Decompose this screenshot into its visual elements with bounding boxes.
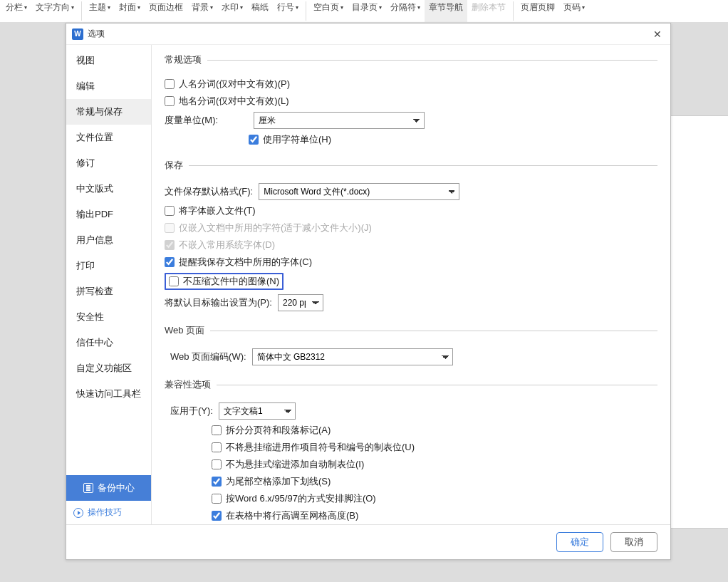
sidebar-item-11[interactable]: 信任中心 xyxy=(66,330,151,355)
compat-opt-2[interactable]: 不为悬挂式缩进添加自动制表位(I) xyxy=(212,458,657,471)
backup-icon xyxy=(83,483,93,493)
sidebar-item-2[interactable]: 常规与保存 xyxy=(66,99,151,125)
no-compress-row[interactable]: 不压缩文件中的图像(N) xyxy=(169,275,279,288)
apply-select[interactable]: 文字文稿1 xyxy=(219,402,296,420)
ribbon-item-背景[interactable]: 背景▾ xyxy=(187,0,217,22)
embed-fonts-row[interactable]: 将字体嵌入文件(T) xyxy=(165,204,657,217)
sidebar-item-1[interactable]: 编辑 xyxy=(66,73,151,99)
compat-opt-0-label: 拆分分页符和段落标记(A) xyxy=(226,424,331,437)
chevron-down-icon: ▾ xyxy=(108,4,110,11)
options-content: 常规选项 人名分词(仅对中文有效)(P) 地名分词(仅对中文有效)(L) 度量单… xyxy=(152,45,670,524)
default-output-row: 将默认目标输出设置为(P): 220 ppi xyxy=(165,294,657,311)
compat-opt-4-checkbox[interactable] xyxy=(212,494,222,504)
ribbon-item-目录页[interactable]: 目录页▾ xyxy=(348,0,386,22)
person-split-row[interactable]: 人名分词(仅对中文有效)(P) xyxy=(165,78,657,90)
dialog-title: 选项 xyxy=(88,28,105,40)
chevron-down-icon: ▾ xyxy=(210,4,213,11)
compat-opt-2-label: 不为悬挂式缩进添加自动制表位(I) xyxy=(226,458,364,471)
ribbon-item-分栏[interactable]: 分栏▾ xyxy=(1,0,31,22)
ribbon-item-分隔符[interactable]: 分隔符▾ xyxy=(386,0,425,22)
ribbon-item-水印[interactable]: 水印▾ xyxy=(217,0,247,22)
sidebar-item-0[interactable]: 视图 xyxy=(66,48,151,73)
compat-opt-5-checkbox[interactable] xyxy=(212,511,222,521)
place-split-checkbox[interactable] xyxy=(165,96,175,106)
ok-button[interactable]: 确定 xyxy=(556,532,603,552)
ribbon-item-空白页[interactable]: 空白页▾ xyxy=(309,0,348,22)
compat-opt-0[interactable]: 拆分分页符和段落标记(A) xyxy=(212,424,657,437)
compat-opt-1-checkbox[interactable] xyxy=(212,442,222,452)
chevron-down-icon: ▾ xyxy=(379,4,382,11)
default-output-select[interactable]: 220 ppi xyxy=(278,294,323,311)
encoding-row: Web 页面编码(W): 简体中文 GB2312 xyxy=(170,348,657,365)
save-legend: 保存 xyxy=(165,159,189,172)
compat-opt-4-label: 按Word 6.x/95/97的方式安排脚注(O) xyxy=(226,492,376,505)
compat-opt-3[interactable]: 为尾部空格添加下划线(S) xyxy=(212,475,657,488)
compat-opt-3-checkbox[interactable] xyxy=(212,477,222,487)
compat-opt-1[interactable]: 不将悬挂缩进用作项目符号和编号的制表位(U) xyxy=(212,441,657,454)
place-split-row[interactable]: 地名分词(仅对中文有效)(L) xyxy=(165,95,657,108)
ribbon-item-页面边框[interactable]: 页面边框 xyxy=(145,0,187,22)
person-split-checkbox[interactable] xyxy=(165,79,175,89)
sidebar-item-5[interactable]: 中文版式 xyxy=(66,176,151,202)
sidebar-item-3[interactable]: 文件位置 xyxy=(66,125,151,150)
sidebar-item-4[interactable]: 修订 xyxy=(66,150,151,176)
document-page-edge xyxy=(665,115,728,529)
encoding-select[interactable]: 简体中文 GB2312 xyxy=(252,348,453,365)
default-format-select[interactable]: Microsoft Word 文件(*.docx) xyxy=(259,183,459,200)
default-format-row: 文件保存默认格式(F): Microsoft Word 文件(*.docx) xyxy=(165,183,657,200)
remind-fonts-checkbox[interactable] xyxy=(165,257,175,267)
ribbon-item-章节导航[interactable]: 章节导航 xyxy=(425,0,467,22)
options-dialog: W 选项 ✕ 视图编辑常规与保存文件位置修订中文版式输出PDF用户信息打印拼写检… xyxy=(66,23,671,560)
sidebar-item-9[interactable]: 拼写检查 xyxy=(66,279,151,304)
play-icon xyxy=(73,508,83,518)
use-char-unit-row[interactable]: 使用字符单位(H) xyxy=(249,133,657,146)
general-group: 常规选项 人名分词(仅对中文有效)(P) 地名分词(仅对中文有效)(L) 度量单… xyxy=(165,53,657,150)
chevron-down-icon: ▾ xyxy=(340,4,343,11)
dialog-footer: 确定 取消 xyxy=(66,524,670,559)
use-char-unit-checkbox[interactable] xyxy=(249,135,259,145)
sidebar-item-8[interactable]: 打印 xyxy=(66,253,151,279)
unit-row: 度量单位(M): 厘米 xyxy=(165,112,657,129)
tips-link[interactable]: 操作技巧 xyxy=(66,501,151,524)
tips-label: 操作技巧 xyxy=(88,506,122,519)
sidebar-item-12[interactable]: 自定义功能区 xyxy=(66,355,151,381)
chevron-down-icon: ▾ xyxy=(417,4,420,11)
sidebar-item-7[interactable]: 用户信息 xyxy=(66,227,151,253)
ribbon-item-页眉页脚[interactable]: 页眉页脚 xyxy=(516,0,559,22)
compat-opt-4[interactable]: 按Word 6.x/95/97的方式安排脚注(O) xyxy=(212,492,657,505)
cancel-button[interactable]: 取消 xyxy=(610,532,657,552)
compat-opt-2-checkbox[interactable] xyxy=(212,459,222,469)
compat-opt-5[interactable]: 在表格中将行高调至网格高度(B) xyxy=(212,509,657,522)
unit-label: 度量单位(M): xyxy=(165,114,218,127)
close-button[interactable]: ✕ xyxy=(650,27,665,41)
chevron-down-icon: ▾ xyxy=(240,4,243,11)
ribbon-item-页码[interactable]: 页码▾ xyxy=(559,0,589,22)
app-icon: W xyxy=(72,28,83,40)
backup-center-button[interactable]: 备份中心 xyxy=(66,475,151,501)
compat-opt-1-label: 不将悬挂缩进用作项目符号和编号的制表位(U) xyxy=(226,441,415,454)
compat-opt-0-checkbox[interactable] xyxy=(212,425,222,435)
chevron-down-icon: ▾ xyxy=(24,4,27,11)
no-compress-checkbox[interactable] xyxy=(169,276,179,286)
no-compress-label: 不压缩文件中的图像(N) xyxy=(183,275,279,288)
web-legend: Web 页面 xyxy=(165,324,210,337)
ribbon-item-稿纸[interactable]: 稿纸 xyxy=(247,0,273,22)
default-output-label: 将默认目标输出设置为(P): xyxy=(165,296,272,309)
embed-only-used-label: 仅嵌入文档中所用的字符(适于减小文件大小)(J) xyxy=(179,222,372,234)
unit-select[interactable]: 厘米 xyxy=(254,112,425,129)
apply-label: 应用于(Y): xyxy=(170,405,213,417)
compat-group: 兼容性选项 应用于(Y): 文字文稿1 拆分分页符和段落标记(A)不将悬挂缩进用… xyxy=(165,378,657,524)
ribbon-item-文字方向[interactable]: 文字方向▾ xyxy=(31,0,78,22)
ribbon-item-行号[interactable]: 行号▾ xyxy=(273,0,303,22)
sidebar-item-13[interactable]: 快速访问工具栏 xyxy=(66,381,151,407)
remind-fonts-row[interactable]: 提醒我保存文档中所用的字体(C) xyxy=(165,256,657,269)
embed-fonts-checkbox[interactable] xyxy=(165,206,175,216)
no-embed-sys-label: 不嵌入常用系统字体(D) xyxy=(179,239,275,251)
sidebar-item-6[interactable]: 输出PDF xyxy=(66,202,151,227)
compat-opt-3-label: 为尾部空格添加下划线(S) xyxy=(226,475,331,488)
ribbon-item-封面[interactable]: 封面▾ xyxy=(115,0,145,22)
ribbon-item-主题[interactable]: 主题▾ xyxy=(85,0,115,22)
sidebar-item-10[interactable]: 安全性 xyxy=(66,304,151,330)
chevron-down-icon: ▾ xyxy=(582,4,585,11)
chevron-down-icon: ▾ xyxy=(71,4,74,11)
